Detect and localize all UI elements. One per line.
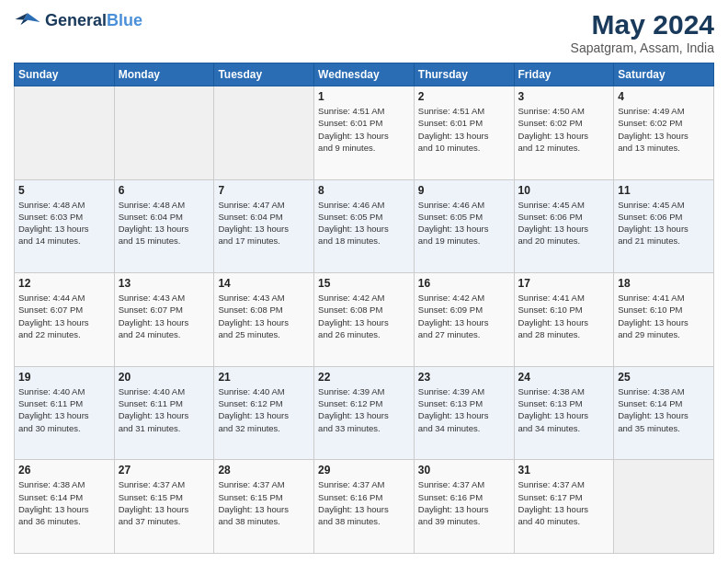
day-info: Sunrise: 4:51 AMSunset: 6:01 PMDaylight:… (318, 105, 410, 154)
calendar-cell (114, 86, 214, 180)
page: GeneralBlue May 2024 Sapatgram, Assam, I… (0, 0, 728, 563)
calendar-cell: 15Sunrise: 4:42 AMSunset: 6:08 PMDayligh… (314, 273, 415, 367)
day-info: Sunrise: 4:48 AMSunset: 6:03 PMDaylight:… (18, 199, 110, 247)
day-info: Sunrise: 4:41 AMSunset: 6:10 PMDaylight:… (518, 292, 610, 340)
day-number: 10 (518, 184, 610, 197)
calendar-cell: 12Sunrise: 4:44 AMSunset: 6:07 PMDayligh… (15, 273, 115, 367)
week-row-1: 1Sunrise: 4:51 AMSunset: 6:01 PMDaylight… (15, 86, 714, 180)
day-number: 14 (218, 277, 310, 290)
calendar-cell: 1Sunrise: 4:51 AMSunset: 6:01 PMDaylight… (314, 86, 415, 180)
day-info: Sunrise: 4:51 AMSunset: 6:01 PMDaylight:… (418, 105, 510, 154)
calendar-cell: 19Sunrise: 4:40 AMSunset: 6:11 PMDayligh… (15, 366, 115, 460)
day-number: 6 (119, 184, 210, 197)
day-number: 5 (18, 184, 110, 197)
main-title: May 2024 (571, 9, 714, 40)
day-info: Sunrise: 4:47 AMSunset: 6:04 PMDaylight:… (218, 199, 310, 247)
weekday-header-tuesday: Tuesday (214, 63, 314, 86)
calendar-cell: 30Sunrise: 4:37 AMSunset: 6:16 PMDayligh… (414, 460, 514, 554)
day-number: 8 (318, 184, 410, 197)
calendar-cell: 13Sunrise: 4:43 AMSunset: 6:07 PMDayligh… (114, 273, 214, 367)
day-number: 18 (618, 277, 710, 290)
day-number: 3 (518, 90, 610, 103)
calendar-cell: 7Sunrise: 4:47 AMSunset: 6:04 PMDaylight… (214, 179, 314, 273)
logo-text: GeneralBlue (45, 12, 142, 30)
day-number: 12 (18, 277, 110, 290)
day-number: 17 (518, 277, 610, 290)
calendar-cell: 27Sunrise: 4:37 AMSunset: 6:15 PMDayligh… (114, 460, 214, 554)
calendar-cell: 16Sunrise: 4:42 AMSunset: 6:09 PMDayligh… (414, 273, 514, 367)
day-number: 25 (618, 371, 710, 384)
calendar-cell (214, 86, 314, 180)
day-number: 23 (418, 371, 510, 384)
day-info: Sunrise: 4:45 AMSunset: 6:06 PMDaylight:… (618, 199, 710, 247)
day-number: 7 (218, 184, 310, 197)
day-info: Sunrise: 4:45 AMSunset: 6:06 PMDaylight:… (518, 199, 610, 247)
day-info: Sunrise: 4:38 AMSunset: 6:14 PMDaylight:… (18, 478, 110, 527)
calendar-cell: 26Sunrise: 4:38 AMSunset: 6:14 PMDayligh… (15, 460, 115, 554)
day-number: 29 (318, 464, 410, 477)
week-row-5: 26Sunrise: 4:38 AMSunset: 6:14 PMDayligh… (15, 460, 714, 554)
day-info: Sunrise: 4:43 AMSunset: 6:07 PMDaylight:… (119, 292, 210, 340)
week-row-2: 5Sunrise: 4:48 AMSunset: 6:03 PMDaylight… (15, 179, 714, 273)
week-row-3: 12Sunrise: 4:44 AMSunset: 6:07 PMDayligh… (15, 273, 714, 367)
calendar-cell: 18Sunrise: 4:41 AMSunset: 6:10 PMDayligh… (614, 273, 714, 367)
calendar-cell (614, 460, 714, 554)
calendar-cell: 14Sunrise: 4:43 AMSunset: 6:08 PMDayligh… (214, 273, 314, 367)
calendar-cell: 8Sunrise: 4:46 AMSunset: 6:05 PMDaylight… (314, 179, 415, 273)
day-number: 11 (618, 184, 710, 197)
day-number: 27 (119, 464, 210, 477)
day-number: 22 (318, 371, 410, 384)
calendar-cell: 5Sunrise: 4:48 AMSunset: 6:03 PMDaylight… (15, 179, 115, 273)
calendar-cell: 25Sunrise: 4:38 AMSunset: 6:14 PMDayligh… (614, 366, 714, 460)
day-info: Sunrise: 4:39 AMSunset: 6:12 PMDaylight:… (318, 385, 410, 434)
day-info: Sunrise: 4:42 AMSunset: 6:09 PMDaylight:… (418, 292, 510, 340)
logo: GeneralBlue (14, 9, 142, 32)
day-number: 9 (418, 184, 510, 197)
calendar-cell: 28Sunrise: 4:37 AMSunset: 6:15 PMDayligh… (214, 460, 314, 554)
calendar-table: SundayMondayTuesdayWednesdayThursdayFrid… (14, 63, 714, 554)
day-number: 2 (418, 90, 510, 103)
day-info: Sunrise: 4:38 AMSunset: 6:13 PMDaylight:… (518, 385, 610, 434)
day-info: Sunrise: 4:49 AMSunset: 6:02 PMDaylight:… (618, 105, 710, 154)
calendar-cell: 4Sunrise: 4:49 AMSunset: 6:02 PMDaylight… (614, 86, 714, 180)
day-info: Sunrise: 4:43 AMSunset: 6:08 PMDaylight:… (218, 292, 310, 340)
day-info: Sunrise: 4:50 AMSunset: 6:02 PMDaylight:… (518, 105, 610, 154)
calendar-cell: 22Sunrise: 4:39 AMSunset: 6:12 PMDayligh… (314, 366, 415, 460)
calendar-cell: 17Sunrise: 4:41 AMSunset: 6:10 PMDayligh… (514, 273, 614, 367)
day-number: 13 (119, 277, 210, 290)
day-info: Sunrise: 4:40 AMSunset: 6:12 PMDaylight:… (218, 385, 310, 434)
calendar-cell: 11Sunrise: 4:45 AMSunset: 6:06 PMDayligh… (614, 179, 714, 273)
day-info: Sunrise: 4:37 AMSunset: 6:16 PMDaylight:… (318, 478, 410, 527)
week-row-4: 19Sunrise: 4:40 AMSunset: 6:11 PMDayligh… (15, 366, 714, 460)
day-number: 30 (418, 464, 510, 477)
calendar-cell: 6Sunrise: 4:48 AMSunset: 6:04 PMDaylight… (114, 179, 214, 273)
calendar-cell: 29Sunrise: 4:37 AMSunset: 6:16 PMDayligh… (314, 460, 415, 554)
calendar-cell: 21Sunrise: 4:40 AMSunset: 6:12 PMDayligh… (214, 366, 314, 460)
day-info: Sunrise: 4:38 AMSunset: 6:14 PMDaylight:… (618, 385, 710, 434)
weekday-header-row: SundayMondayTuesdayWednesdayThursdayFrid… (15, 63, 714, 86)
day-info: Sunrise: 4:37 AMSunset: 6:15 PMDaylight:… (218, 478, 310, 527)
day-info: Sunrise: 4:44 AMSunset: 6:07 PMDaylight:… (18, 292, 110, 340)
day-info: Sunrise: 4:37 AMSunset: 6:17 PMDaylight:… (518, 478, 610, 527)
day-number: 28 (218, 464, 310, 477)
day-number: 1 (318, 90, 410, 103)
calendar-cell: 23Sunrise: 4:39 AMSunset: 6:13 PMDayligh… (414, 366, 514, 460)
subtitle: Sapatgram, Assam, India (571, 40, 714, 55)
day-info: Sunrise: 4:46 AMSunset: 6:05 PMDaylight:… (318, 199, 410, 247)
calendar-cell: 10Sunrise: 4:45 AMSunset: 6:06 PMDayligh… (514, 179, 614, 273)
day-info: Sunrise: 4:40 AMSunset: 6:11 PMDaylight:… (119, 385, 210, 434)
calendar-cell: 24Sunrise: 4:38 AMSunset: 6:13 PMDayligh… (514, 366, 614, 460)
day-number: 21 (218, 371, 310, 384)
calendar-cell: 2Sunrise: 4:51 AMSunset: 6:01 PMDaylight… (414, 86, 514, 180)
weekday-header-sunday: Sunday (15, 63, 115, 86)
day-number: 26 (18, 464, 110, 477)
day-number: 31 (518, 464, 610, 477)
day-number: 15 (318, 277, 410, 290)
day-info: Sunrise: 4:46 AMSunset: 6:05 PMDaylight:… (418, 199, 510, 247)
calendar-cell: 20Sunrise: 4:40 AMSunset: 6:11 PMDayligh… (114, 366, 214, 460)
day-info: Sunrise: 4:37 AMSunset: 6:16 PMDaylight:… (418, 478, 510, 527)
day-info: Sunrise: 4:42 AMSunset: 6:08 PMDaylight:… (318, 292, 410, 340)
day-info: Sunrise: 4:37 AMSunset: 6:15 PMDaylight:… (119, 478, 210, 527)
title-section: May 2024 Sapatgram, Assam, India (571, 9, 714, 55)
weekday-header-wednesday: Wednesday (314, 63, 415, 86)
